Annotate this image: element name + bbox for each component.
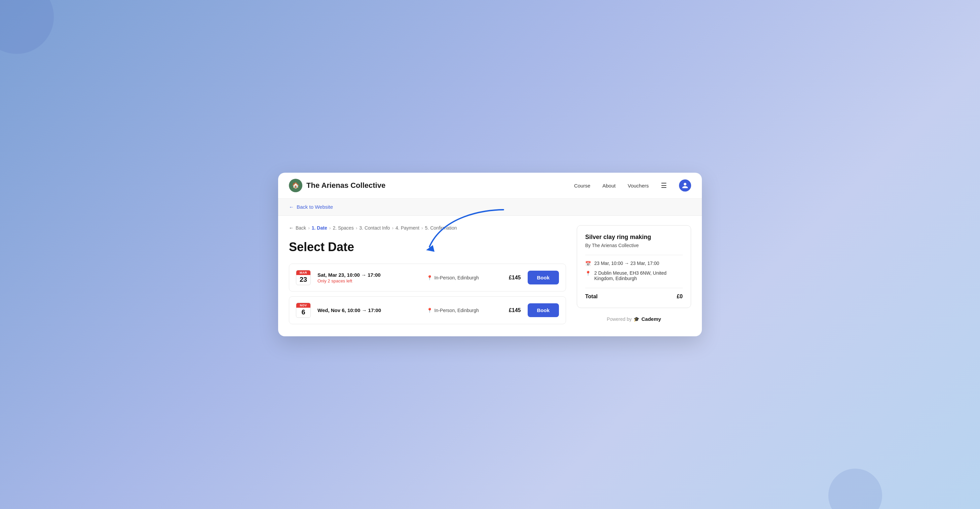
location-label-0: In-Person, Edinburgh: [434, 275, 479, 281]
breadcrumb-sep-2: ›: [356, 225, 358, 231]
location-detail-icon: 📍: [585, 271, 591, 276]
location-label-1: In-Person, Edinburgh: [434, 308, 479, 313]
date-info-0: Sat, Mar 23, 10:00 → 17:00 Only 2 spaces…: [318, 272, 420, 284]
back-arrow-icon: ←: [289, 204, 294, 210]
summary-address-detail: 📍 2 Dublin Meuse, EH3 6NW, United Kingdo…: [585, 270, 683, 281]
breadcrumb: ← Back › 1. Date › 2. Spaces › 3. Contac…: [289, 225, 566, 231]
calendar-icon-1: NOV 6: [296, 303, 311, 318]
back-bar: ← Back to Website: [278, 199, 702, 216]
header: 🏠 The Arienas Collective Course About Vo…: [278, 173, 702, 199]
location-pin-icon-1: 📍: [427, 308, 433, 313]
book-button-0[interactable]: Book: [528, 271, 559, 284]
breadcrumb-step-contact[interactable]: 3. Contact Info: [359, 225, 390, 231]
powered-by: Powered by 🎓 Cademy: [577, 316, 691, 322]
page-title: Select Date: [289, 240, 566, 254]
summary-card: Silver clay ring making By The Arienas C…: [577, 225, 691, 308]
main-content: ← Back › 1. Date › 2. Spaces › 3. Contac…: [278, 216, 702, 336]
date-info-1: Wed, Nov 6, 10:00 → 17:00: [318, 307, 420, 313]
breadcrumb-back-arrow: ←: [289, 225, 294, 231]
nav-vouchers[interactable]: Vouchers: [628, 183, 649, 188]
date-item-1: NOV 6 Wed, Nov 6, 10:00 → 17:00 📍 In-Per…: [289, 296, 566, 324]
hamburger-icon[interactable]: ☰: [661, 182, 667, 190]
total-label: Total: [585, 294, 598, 300]
left-panel: ← Back › 1. Date › 2. Spaces › 3. Contac…: [289, 225, 566, 324]
breadcrumb-step-date[interactable]: 1. Date: [312, 225, 327, 231]
summary-date-detail: 📅 23 Mar, 10:00 → 23 Mar, 17:00: [585, 260, 683, 266]
nav-links: Course About Vouchers ☰: [574, 179, 691, 191]
brand-name: The Arienas Collective: [306, 181, 385, 190]
powered-by-text: Powered by: [607, 316, 632, 322]
cal-month-1: NOV: [296, 303, 310, 308]
summary-date-range: 23 Mar, 10:00 → 23 Mar, 17:00: [594, 260, 659, 266]
price-1: £145: [501, 307, 521, 313]
book-button-1[interactable]: Book: [528, 303, 559, 317]
date-list: MAR 23 Sat, Mar 23, 10:00 → 17:00 Only 2…: [289, 263, 566, 324]
nav-course[interactable]: Course: [574, 183, 590, 188]
summary-title: Silver clay ring making: [585, 234, 683, 241]
breadcrumb-back[interactable]: Back: [296, 225, 306, 231]
date-label-1: Wed, Nov 6, 10:00 → 17:00: [318, 307, 420, 313]
calendar-detail-icon: 📅: [585, 261, 591, 266]
location-info-1: 📍 In-Person, Edinburgh: [427, 308, 494, 313]
breadcrumb-step-confirmation[interactable]: 5. Confirmation: [425, 225, 457, 231]
price-0: £145: [501, 275, 521, 281]
breadcrumb-sep-3: ›: [392, 225, 393, 231]
cademy-cap-icon: 🎓: [633, 316, 639, 322]
cademy-brand: Cademy: [641, 316, 661, 322]
summary-total-row: Total £0: [585, 288, 683, 300]
breadcrumb-sep-4: ›: [422, 225, 423, 231]
date-item-0: MAR 23 Sat, Mar 23, 10:00 → 17:00 Only 2…: [289, 263, 566, 292]
breadcrumb-step-payment[interactable]: 4. Payment: [396, 225, 419, 231]
breadcrumb-sep-1: ›: [329, 225, 331, 231]
cal-month-0: MAR: [296, 270, 310, 275]
right-panel: Silver clay ring making By The Arienas C…: [577, 225, 691, 324]
back-to-website-link[interactable]: ← Back to Website: [289, 204, 333, 210]
logo-icon: 🏠: [289, 179, 302, 192]
total-value: £0: [677, 294, 683, 300]
location-info-0: 📍 In-Person, Edinburgh: [427, 275, 494, 281]
breadcrumb-step-spaces[interactable]: 2. Spaces: [332, 225, 353, 231]
logo-area: 🏠 The Arienas Collective: [289, 179, 574, 192]
nav-about[interactable]: About: [602, 183, 616, 188]
date-spaces-0: Only 2 spaces left: [318, 278, 420, 284]
date-label-0: Sat, Mar 23, 10:00 → 17:00: [318, 272, 420, 278]
summary-by: By The Arienas Collective: [585, 243, 683, 248]
summary-address: 2 Dublin Meuse, EH3 6NW, United Kingdom,…: [594, 270, 683, 281]
cal-day-1: 6: [296, 308, 310, 318]
location-pin-icon-0: 📍: [427, 275, 433, 281]
user-avatar[interactable]: [679, 179, 691, 191]
summary-divider-1: [585, 255, 683, 255]
calendar-icon-0: MAR 23: [296, 270, 311, 285]
cal-day-0: 23: [296, 275, 310, 285]
breadcrumb-sep-0: ›: [308, 225, 310, 231]
app-card: 🏠 The Arienas Collective Course About Vo…: [278, 173, 702, 336]
